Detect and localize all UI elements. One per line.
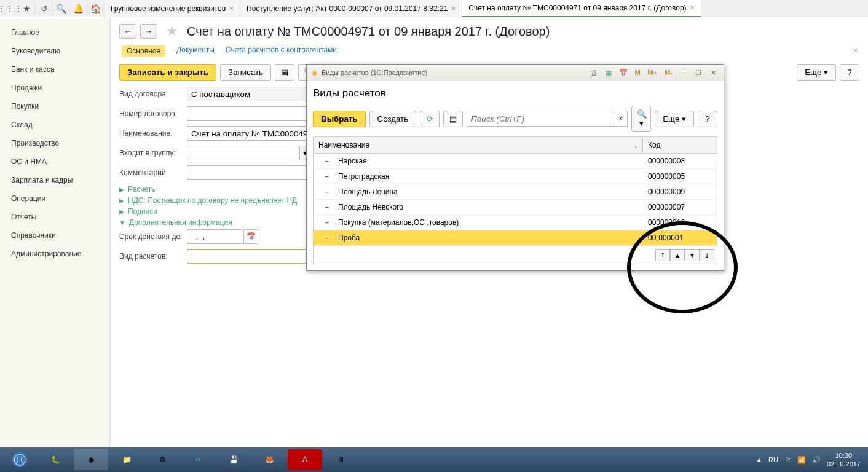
table-row[interactable]: Нарская000000008 [314,154,717,169]
popup-heading: Виды расчетов [313,87,717,100]
bell-icon[interactable]: 🔔 [70,1,87,16]
lang-indicator[interactable]: RU [768,456,778,463]
tab-receipt[interactable]: Поступление услуг: Акт 0000-000007 от 09… [240,0,462,17]
table-row[interactable]: Покупка (материалов,ОС ,товаров)00000001… [314,215,717,230]
forward-button[interactable]: → [140,24,157,39]
sidebar-item-purchases[interactable]: Покупки [0,97,110,116]
tab-main[interactable]: Основное [122,45,165,57]
tray-volume-icon[interactable]: 🔊 [812,456,821,464]
srok-input[interactable] [187,229,242,244]
sidebar-item-admin[interactable]: Администрирование [0,245,110,263]
table-row[interactable]: Проба00-000001 [314,230,717,246]
svg-point-0 [12,452,27,467]
sidebar-item-reports[interactable]: Отчеты [0,208,110,226]
create-button[interactable]: Создать [369,111,417,127]
nomer-input[interactable] [187,106,322,121]
favorite-icon[interactable]: ★ [166,23,178,39]
home-icon[interactable]: 🏠 [87,1,105,16]
tray-icon[interactable]: ▲ [756,456,762,463]
help-button[interactable]: ? [698,111,717,127]
nav-last-icon[interactable]: ⤓ [700,249,714,261]
tab-documents[interactable]: Документы [176,45,215,57]
tab-invoice[interactable]: Счет на оплату № ТМС00004971 от 09 январ… [462,0,701,17]
help-button[interactable]: ? [840,64,859,81]
taskbar-ie[interactable]: e [181,449,215,470]
close-icon[interactable]: × [451,4,456,13]
close-icon[interactable]: × [229,4,234,13]
m-plus-button[interactable]: M+ [646,69,660,76]
m-minus-button[interactable]: M- [663,69,674,76]
maximize-icon[interactable]: ☐ [693,67,704,78]
sidebar-item-main[interactable]: Главное [0,23,110,42]
star-icon[interactable]: ★ [18,1,36,16]
clock[interactable]: 10:30 02.10.2017 [827,451,861,469]
popup-titlebar[interactable]: ◉ Виды расчетов (1С:Предприятие) 🖨 ▦ 📅 M… [307,65,724,81]
search-icon[interactable]: 🔍 [53,1,70,16]
col-code[interactable]: Код [643,137,717,153]
comment-label: Комментарий: [119,168,187,177]
table-row[interactable]: Петроградская000000005 [314,169,717,184]
table-row[interactable]: Площадь Невского000000007 [314,200,717,215]
select-button[interactable]: Выбрать [313,111,366,127]
close-icon[interactable]: × [853,45,858,55]
more-button[interactable]: Еще ▾ [797,64,836,81]
taskbar-item[interactable]: 🐛 [38,449,73,470]
sidebar-item-refs[interactable]: Справочники [0,226,110,245]
sidebar-item-manager[interactable]: Руководителю [0,42,110,60]
app-toolbar: ⋮⋮⋮ ★ ↺ 🔍 🔔 🏠 Групповое изменение реквиз… [0,0,868,17]
start-button[interactable] [2,449,37,470]
taskbar-save[interactable]: 💾 [216,449,251,470]
vid-label: Вид договора: [119,90,187,98]
apps-icon[interactable]: ⋮⋮⋮ [1,1,18,16]
calendar-icon[interactable]: 📅 [618,67,629,78]
print-icon[interactable]: 🖨 [588,67,599,78]
taskbar-item[interactable]: ⚙ [145,449,180,470]
tray-flag-icon[interactable]: 🏳 [784,456,791,463]
tab-group-edit[interactable]: Групповое изменение реквизитов× [105,0,240,17]
group-input[interactable] [187,146,299,160]
calc-icon[interactable]: ▦ [603,67,614,78]
close-icon[interactable]: × [690,4,695,12]
naim-input[interactable] [187,126,322,141]
col-name[interactable]: Наименование [318,141,369,149]
doc-title: Счет на оплату № ТМС00004971 от 09 январ… [187,25,550,39]
close-icon[interactable]: ✕ [708,67,719,78]
tray-network-icon[interactable]: 📶 [797,456,806,464]
taskbar-monitor[interactable]: 🖥 [323,449,358,470]
save-button[interactable]: Записать [220,64,271,81]
popup-vidy-raschetov: ◉ Виды расчетов (1С:Предприятие) 🖨 ▦ 📅 M… [306,64,724,271]
history-icon[interactable]: ↺ [36,1,53,16]
tab-settlements[interactable]: Счета расчетов с контрагентами [226,45,337,57]
clear-icon[interactable]: × [614,111,628,127]
m-button[interactable]: M [633,69,642,76]
sidebar-item-bank[interactable]: Банк и касса [0,60,110,79]
taskbar-explorer[interactable]: 📁 [109,449,144,470]
minimize-icon[interactable]: ─ [678,67,689,78]
more-button[interactable]: Еще ▾ [655,111,694,127]
back-button[interactable]: ← [119,24,136,39]
nav-down-icon[interactable]: ▼ [685,249,700,261]
app-icon: ◉ [312,69,318,77]
sidebar-item-payroll[interactable]: Зарплата и кадры [0,171,110,189]
sidebar-item-warehouse[interactable]: Склад [0,116,110,134]
taskbar-1c[interactable]: ◉ [74,449,108,470]
vid-input[interactable] [187,87,322,101]
nav-up-icon[interactable]: ▲ [670,249,685,261]
calendar-icon[interactable]: 📅 [243,229,258,244]
refresh-icon[interactable]: ⟳ [420,111,440,127]
sidebar-item-operations[interactable]: Операции [0,189,110,208]
list-icon[interactable]: ▤ [443,111,463,127]
table-row[interactable]: Площадь Ленина000000009 [314,184,717,200]
find-button[interactable]: 🔍▾ [631,106,651,132]
search-input[interactable] [467,111,614,127]
comment-input[interactable] [187,165,322,180]
sidebar-item-assets[interactable]: ОС и НМА [0,152,110,171]
sidebar-item-production[interactable]: Производство [0,134,110,152]
save-close-button[interactable]: Записать и закрыть [119,64,216,81]
sidebar-item-sales[interactable]: Продажи [0,79,110,97]
nav-first-icon[interactable]: ⤒ [655,249,670,261]
report-icon[interactable]: ▤ [275,64,294,81]
taskbar-firefox[interactable]: 🦊 [252,449,286,470]
taskbar-adobe[interactable]: A [288,449,322,470]
sort-icon[interactable]: ↓ [634,141,637,149]
